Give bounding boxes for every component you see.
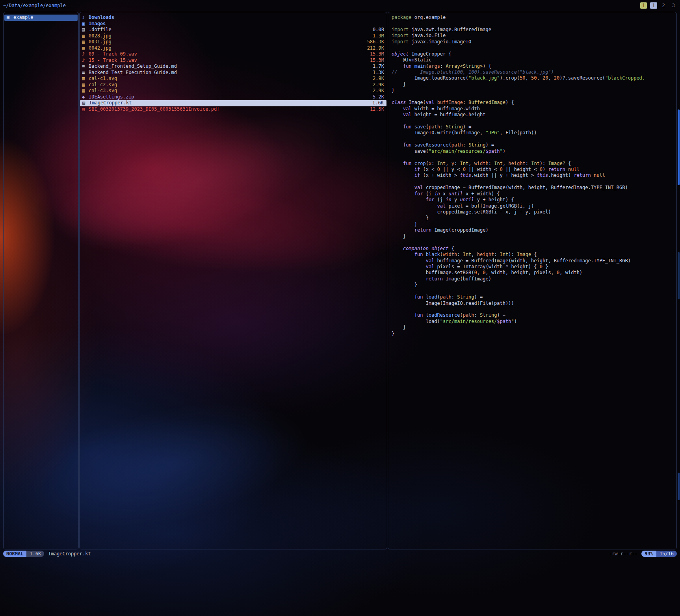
code-line: } [392,215,676,221]
file-list-pane[interactable]: ⇩Downloads▣Images▤.dotfile0.0B▦0028.jpg1… [79,12,387,549]
file-row-0031.jpg[interactable]: ▦0031.jpg586.3K [80,39,387,45]
code-line: import javax.imageio.ImageIO [392,39,676,45]
file-name: cal-c2.svg [89,82,370,88]
file-name: ImageCropper.kt [89,100,369,106]
code-line [392,20,676,26]
file-row-Backend_Frontend_Setup_Guide.md[interactable]: ≡Backend_Frontend_Setup_Guide.md1.7K [80,63,387,70]
file-row-SBI_0032013739_2023_DE05_0003155631Invoice.pdf[interactable]: ▤SBI_0032013739_2023_DE05_0003155631Invo… [80,106,387,113]
image-file-icon: ▦ [82,33,89,39]
file-row-Backend_Test_Execution_Guide.md[interactable]: ≡Backend_Test_Execution_Guide.md1.3K [80,70,387,76]
scrollbar-mark[interactable] [678,252,680,299]
file-name: .dotfile [89,27,370,33]
file-size: 0.0B [373,27,384,33]
file-name: IDEAsettings.zip [89,94,370,100]
file-size: 5.2K [373,94,384,100]
audio-file-icon: ♪ [82,51,89,58]
file-row-cal-c2.svg[interactable]: ▦cal-c2.svg2.9K [80,82,387,88]
scroll-percent-badge: 93% [641,551,656,557]
parent-directory-pane[interactable]: ▣ example [3,12,79,549]
code-line: } [392,331,676,337]
status-bar-right: -rw-r--r-- 93% 15/16 [609,551,677,557]
code-line [392,94,676,100]
file-row-ImageCropper.kt[interactable]: ▤ImageCropper.kt1.6K [80,100,386,106]
code-line: save("src/main/resources/$path") [392,148,676,154]
kotlin-file-icon: ▤ [82,100,89,106]
file-size: 212.9K [367,45,384,52]
parent-dir-item-example[interactable]: ▣ example [4,15,78,21]
code-line: // Image.black(100, 100).saveResource("b… [392,69,676,75]
file-row-15 - Track 15.wav[interactable]: ♪15 - Track 15.wav15.3M [80,58,387,64]
code-line [392,239,676,245]
file-name: 15 - Track 15.wav [89,58,367,64]
file-row-cal-c1.svg[interactable]: ▦cal-c1.svg2.9K [80,76,387,82]
code-line: val pixels = IntArray(width * height) { … [392,264,676,270]
code-line: buffImage.setRGB(0, 0, width, height, pi… [392,270,676,276]
code-line [392,306,676,312]
code-line: companion object { [392,246,676,252]
file-icon: ▤ [82,27,89,33]
code-line: if (x < 0 || y < 0 || width < 0 || heigh… [392,167,676,173]
code-line: val buffImage = BufferedImage(width, hei… [392,258,676,264]
code-line: ImageIO.write(buffImage, "JPG", File(pat… [392,130,676,136]
code-line: } [392,325,676,330]
code-line: return Image(croppedImage) [392,227,676,233]
code-line: fun saveResource(path: String) = [392,142,676,148]
code-line [392,45,676,51]
code-line: fun loadResource(path: String) = [392,312,676,318]
file-row-cal-c3.svg[interactable]: ▦cal-c3.svg2.9K [80,88,387,94]
file-row-IDEAsettings.zip[interactable]: ◆IDEAsettings.zip5.2K [80,94,387,100]
code-line: object ImageCropper { [392,51,676,57]
images-folder-icon: ▣ [82,21,89,27]
code-line: load("src/main/resources/$path") [392,319,676,325]
scrollbar-mark[interactable] [678,473,680,500]
tab-2[interactable]: 1 [650,2,657,9]
file-row-Images[interactable]: ▣Images [80,21,387,27]
code-line: package org.example [392,15,676,20]
file-size: 12.5K [370,106,384,113]
file-size: 15.3M [370,51,384,58]
file-size: 1.7K [373,63,384,70]
code-line: fun black(width: Int, height: Int): Imag… [392,252,676,258]
cursor-position-badge: 15/16 [656,551,677,557]
code-line: Image(ImageIO.read(File(path))) [392,301,676,306]
image-file-icon: ▦ [82,45,89,52]
tab-1[interactable]: 1 [640,2,647,9]
file-row-0028.jpg[interactable]: ▦0028.jpg1.3M [80,33,387,39]
file-preview-pane[interactable]: package org.example import java.awt.imag… [388,12,677,549]
file-row-.dotfile[interactable]: ▤.dotfile0.0B [80,27,387,33]
code-line: } [392,234,676,239]
file-size-badge: 1.6K [26,551,44,557]
code-line: if (x + width > this.width || y + height… [392,173,676,178]
code-line: @JvmStatic [392,57,676,63]
file-name: 0028.jpg [89,33,370,39]
code-line: import java.io.File [392,33,676,39]
file-name: Downloads [89,15,381,21]
file-manager-panes: ▣ example ⇩Downloads▣Images▤.dotfile0.0B… [3,12,677,549]
code-line [392,136,676,142]
archive-file-icon: ◆ [82,94,89,100]
code-line: val width = buffImage.width [392,106,676,112]
code-line: val pixel = buffImage.getRGB(i, j) [392,203,676,209]
code-line [392,288,676,294]
file-size: 1.3K [373,70,384,76]
file-row-0042.jpg[interactable]: ▦0042.jpg212.9K [80,45,387,52]
pdf-file-icon: ▤ [82,106,89,113]
file-size: 2.9K [373,88,384,94]
code-line: croppedImage.setRGB(i - x, j - y, pixel) [392,209,676,215]
status-bar-left: NORMAL 1.6K ImageCropper.kt [3,551,91,557]
code-line [392,154,676,160]
status-filename: ImageCropper.kt [48,551,91,557]
file-size: 1.3M [373,33,384,39]
file-name: SBI_0032013739_2023_DE05_0003155631Invoi… [89,106,367,113]
code-line: class Image(val buffImage: BufferedImage… [392,100,676,106]
file-name: Backend_Frontend_Setup_Guide.md [89,63,370,70]
code-line: fun crop(x: Int, y: Int, width: Int, hei… [392,161,676,167]
tab-4[interactable]: 3 [670,2,677,9]
tab-bar[interactable]: 1123 [640,2,677,9]
tab-3[interactable]: 2 [660,2,667,9]
file-size: 15.3M [370,58,384,64]
scrollbar-thumb[interactable] [678,109,680,185]
file-row-Downloads[interactable]: ⇩Downloads [80,15,387,21]
markdown-file-icon: ≡ [82,63,89,70]
file-row-09 - Track 09.wav[interactable]: ♪09 - Track 09.wav15.3M [80,51,387,58]
